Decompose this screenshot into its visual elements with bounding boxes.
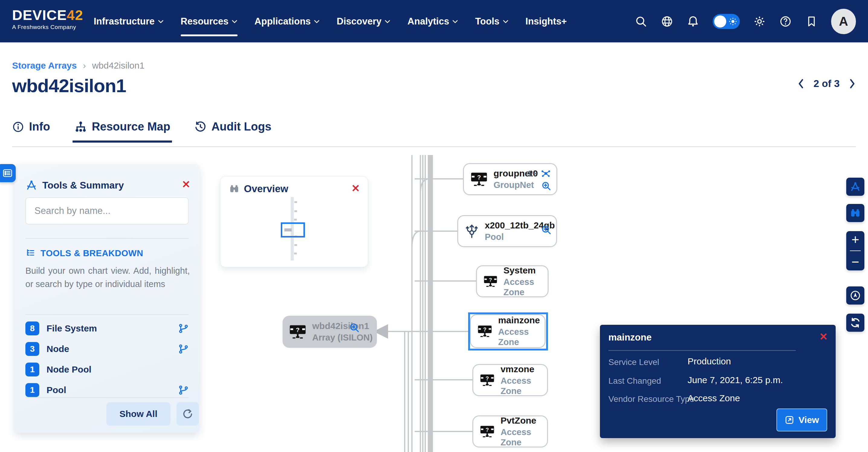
- device-question-icon: ?: [484, 274, 497, 289]
- row-label: Pool: [46, 385, 66, 395]
- toolbar-sync-button[interactable]: [846, 314, 864, 332]
- toolbar-tools-button[interactable]: [846, 177, 864, 196]
- device-question-icon: ?: [480, 424, 494, 439]
- search-icon[interactable]: [635, 15, 647, 28]
- node-text: System Access Zone: [503, 265, 548, 297]
- minimap-current-node: [284, 228, 292, 231]
- caret-down-icon: [314, 19, 320, 24]
- tools-breakdown-section-header[interactable]: TOOLS & BREAKDOWN: [25, 248, 143, 258]
- row-label: File System: [46, 323, 97, 333]
- zoom-in-icon[interactable]: [349, 322, 360, 333]
- node-type: Array (ISILON): [312, 333, 373, 343]
- branch-icon[interactable]: [178, 344, 189, 354]
- node-mainzone[interactable]: ? mainzone Access Zone: [470, 314, 546, 348]
- branch-icon[interactable]: [178, 385, 189, 395]
- breakdown-row-file-system[interactable]: 8 File System: [25, 321, 189, 336]
- breakdown-row-node-pool[interactable]: 1 Node Pool: [25, 362, 189, 377]
- notifications-bell-icon[interactable]: [687, 15, 700, 28]
- divider: [850, 251, 861, 251]
- zoom-in-icon[interactable]: [541, 181, 552, 191]
- count-badge: 1: [25, 362, 39, 377]
- node-groupnet0[interactable]: ? groupnet0 GroupNet 1+: [463, 163, 557, 195]
- panel-refresh-button[interactable]: [177, 402, 199, 426]
- tools-panel-title: Tools & Summary: [42, 180, 124, 191]
- device-question-icon: ?: [471, 172, 488, 187]
- pool-trident-icon: [465, 224, 479, 239]
- zoom-out-button[interactable]: −: [851, 255, 859, 268]
- device42-logo[interactable]: DEVICE42 A Freshworks Company: [12, 8, 83, 31]
- popup-title: mainzone: [609, 332, 652, 343]
- node-x200-pool[interactable]: x200_12tb_24gb Pool: [457, 215, 557, 247]
- expand-network-icon[interactable]: [541, 168, 551, 179]
- node-name: System: [503, 265, 548, 276]
- overview-close-button[interactable]: ✕: [351, 183, 360, 193]
- search-input[interactable]: [25, 197, 189, 225]
- node-system[interactable]: ? System Access Zone: [476, 265, 549, 297]
- menu-tools[interactable]: Tools: [475, 0, 508, 43]
- branch-icon[interactable]: [178, 323, 189, 333]
- popup-close-button[interactable]: ✕: [819, 331, 828, 342]
- node-wbd42isilon1-array[interactable]: ? wbd42isilon1 Array (ISILON): [283, 316, 377, 348]
- toolbar-recenter-button[interactable]: [846, 286, 864, 304]
- globe-icon[interactable]: [661, 15, 673, 28]
- tools-panel-header: Tools & Summary: [25, 179, 124, 191]
- zoom-in-icon[interactable]: [541, 225, 552, 235]
- sync-icon: [849, 317, 861, 328]
- tools-breakdown-description: Build your own chart view. Add, highligh…: [25, 264, 190, 291]
- overview-title: Overview: [229, 183, 288, 195]
- node-text: PvtZone Access Zone: [500, 415, 547, 448]
- menu-discovery[interactable]: Discovery: [337, 0, 391, 43]
- divider: [25, 397, 189, 398]
- svg-text:?: ?: [486, 427, 489, 433]
- node-name: vmzone: [500, 364, 547, 375]
- menu-analytics[interactable]: Analytics: [407, 0, 458, 43]
- node-pvtzone[interactable]: ? PvtZone Access Zone: [472, 415, 548, 448]
- popup-row-label: Service Level: [609, 357, 659, 367]
- breakdown-row-pool[interactable]: 1 Pool: [25, 383, 189, 397]
- sun-icon: [728, 17, 738, 26]
- bookmark-icon[interactable]: [805, 15, 818, 28]
- node-type: Access Zone: [503, 277, 548, 297]
- theme-toggle[interactable]: [713, 14, 740, 29]
- logo-text: DEVICE42: [12, 8, 83, 22]
- app-root: DEVICE42 A Freshworks Company Infrastruc…: [0, 0, 868, 452]
- refresh-icon: [182, 408, 193, 420]
- settings-gear-icon[interactable]: [753, 15, 766, 28]
- list-panel-icon: [2, 168, 13, 179]
- tools-panel-toggle-button[interactable]: [0, 164, 16, 182]
- show-all-button[interactable]: Show All: [106, 402, 170, 426]
- popup-row-value: Production: [688, 356, 731, 366]
- minimap-node: [294, 253, 297, 254]
- tools-summary-panel: Tools & Summary ✕ TOOLS & BREAKDOWN Buil…: [14, 164, 199, 433]
- toolbar-zoom-control: + −: [846, 231, 864, 270]
- node-vmzone[interactable]: ? vmzone Access Zone: [472, 364, 548, 396]
- user-avatar[interactable]: A: [831, 9, 856, 34]
- menu-insights[interactable]: Insights+: [526, 0, 567, 43]
- view-button[interactable]: View: [776, 409, 827, 431]
- node-type: Access Zone: [498, 327, 545, 347]
- caret-down-icon: [384, 19, 391, 24]
- main-menu: Infrastructure Resources Applications Di…: [94, 0, 567, 43]
- menu-resources[interactable]: Resources: [181, 0, 238, 43]
- svg-text:?: ?: [296, 326, 300, 333]
- binoculars-icon: [849, 207, 861, 219]
- breakdown-row-node[interactable]: 3 Node: [25, 342, 189, 356]
- mainzone-detail-popup: mainzone ✕ Service Level Production Last…: [600, 325, 836, 438]
- toolbar-overview-button[interactable]: [846, 204, 864, 222]
- zoom-in-button[interactable]: +: [851, 233, 859, 246]
- drafting-compass-icon: [25, 179, 37, 191]
- count-badge: 3: [25, 342, 39, 356]
- menu-applications[interactable]: Applications: [254, 0, 320, 43]
- svg-text:?: ?: [486, 376, 489, 382]
- collapsed-count-badge: 1+: [527, 169, 537, 179]
- drafting-compass-icon: [849, 181, 861, 192]
- caret-down-icon: [158, 19, 164, 24]
- node-type: Access Zone: [500, 376, 547, 396]
- help-icon[interactable]: [779, 15, 792, 28]
- tools-panel-close-button[interactable]: ✕: [182, 179, 191, 189]
- caret-down-icon: [231, 19, 238, 24]
- menu-infrastructure[interactable]: Infrastructure: [94, 0, 164, 43]
- svg-text:?: ?: [489, 277, 492, 283]
- minimap-node: [294, 219, 297, 221]
- device-question-icon: ?: [480, 373, 494, 388]
